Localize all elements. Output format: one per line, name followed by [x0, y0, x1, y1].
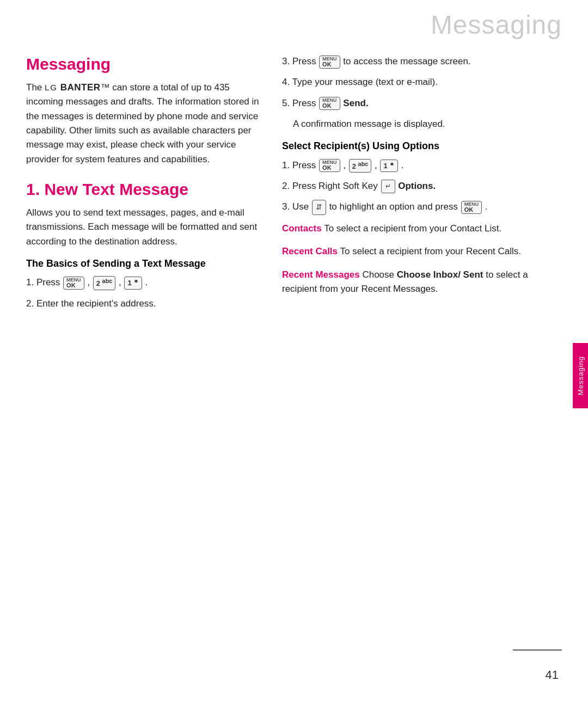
key-menu-ok-s1: MENUOK	[319, 159, 340, 172]
recent-calls-label: Recent Calls	[282, 246, 338, 256]
step2-text: Enter the recipient's address.	[36, 298, 156, 309]
contacts-label: Contacts	[282, 223, 322, 234]
right-step-4: 4. Type your message (text or e-mail).	[282, 75, 558, 89]
recent-calls-text: To select a recipient from your Recent C…	[340, 246, 521, 256]
left-section-heading: Messaging	[26, 54, 260, 74]
key-menu-ok-5: MENUOK	[319, 97, 340, 110]
right-step4-text: Type your message (text or e-mail).	[292, 77, 438, 87]
right-step3-press: Press	[292, 56, 318, 66]
right-step3-number: 3.	[282, 56, 290, 66]
basics-step-1: 1. Press MENUOK , 2 abc , 1 ☻ .	[26, 275, 260, 290]
intro-paragraph: The LG BANTER™ can store a total of up t…	[26, 81, 260, 167]
select-step-1: 1. Press MENUOK , 2 abc , 1 ☻ .	[282, 158, 558, 173]
recent-messages-entry: Recent Messages Choose Choose Inbox/ Sen…	[282, 268, 558, 297]
basics-step-2: 2. Enter the recipient's address.	[26, 297, 260, 311]
key-1-1: 1 ☻	[124, 277, 142, 290]
key-soft-right: ↵	[381, 180, 395, 193]
key-nav-arrow: ⇵	[312, 200, 326, 215]
left-column: Messaging The LG BANTER™ can store a tot…	[26, 54, 260, 672]
intro-text-before: The	[26, 82, 45, 93]
select-step-3: 3. Use ⇵ to highlight an option and pres…	[282, 200, 558, 215]
key-menu-ok-s3: MENUOK	[461, 201, 482, 214]
intro-text-after: ™ can store a total of up to 435 incomin…	[26, 82, 259, 164]
main-content: Messaging The LG BANTER™ can store a tot…	[26, 54, 558, 672]
subsection1-title: New Text Message	[44, 180, 188, 198]
side-tab: Messaging	[573, 343, 588, 408]
sel-step2-press: Press Right Soft Key	[292, 181, 381, 191]
subsection1-number: 1.	[26, 180, 40, 198]
sel-step1-number: 1.	[282, 160, 290, 170]
right-step5-press: Press	[292, 98, 318, 108]
sel-step3-use: Use	[292, 202, 311, 212]
recent-messages-label: Recent Messages	[282, 269, 360, 280]
subsection1-heading: 1. New Text Message	[26, 180, 260, 199]
select-heading: Select Recipient(s) Using Options	[282, 140, 558, 152]
right-step5-send: Send.	[343, 98, 368, 108]
key-menu-ok-3: MENUOK	[319, 56, 340, 69]
sel-step3-number: 3.	[282, 202, 290, 212]
sel-step2-options: Options.	[398, 181, 436, 191]
key-2abc-1: 2 abc	[93, 276, 116, 290]
confirmation-note: A confirmation message is displayed.	[293, 117, 558, 131]
page-header-title: Messaging	[431, 10, 562, 40]
step2-number: 2.	[26, 298, 34, 309]
key-menu-ok-1: MENUOK	[63, 277, 84, 290]
key-2abc-s1: 2 abc	[349, 159, 372, 173]
subsection1-description: Allows you to send text messages, pages,…	[26, 206, 260, 249]
right-column: 3. Press MENUOK to access the message sc…	[282, 54, 558, 672]
recent-messages-bold: Choose Inbox/ Sent	[397, 269, 483, 280]
side-tab-label: Messaging	[577, 356, 585, 395]
right-step5-number: 5.	[282, 98, 290, 108]
right-step3-text: to access the message screen.	[343, 56, 470, 66]
sel-step3-text: to highlight an option and press	[329, 202, 461, 212]
right-step-5: 5. Press MENUOK Send.	[282, 96, 558, 111]
select-step-2: 2. Press Right Soft Key ↵ Options.	[282, 179, 558, 193]
contacts-entry: Contacts To select a recipient from your…	[282, 222, 558, 236]
step1-number: 1.	[26, 277, 34, 287]
recent-calls-entry: Recent Calls To select a recipient from …	[282, 244, 558, 259]
contacts-text: To select a recipient from your Contact …	[324, 223, 501, 234]
right-step-3: 3. Press MENUOK to access the message sc…	[282, 54, 558, 69]
key-1-s1: 1 ☻	[380, 160, 397, 173]
recent-messages-text-intro: Choose	[362, 269, 396, 280]
sel-step2-number: 2.	[282, 181, 290, 191]
brand-lg: LG	[45, 83, 58, 92]
brand-name: BANTER	[60, 82, 101, 93]
right-step4-number: 4.	[282, 77, 290, 87]
basics-heading: The Basics of Sending a Text Message	[26, 258, 260, 270]
